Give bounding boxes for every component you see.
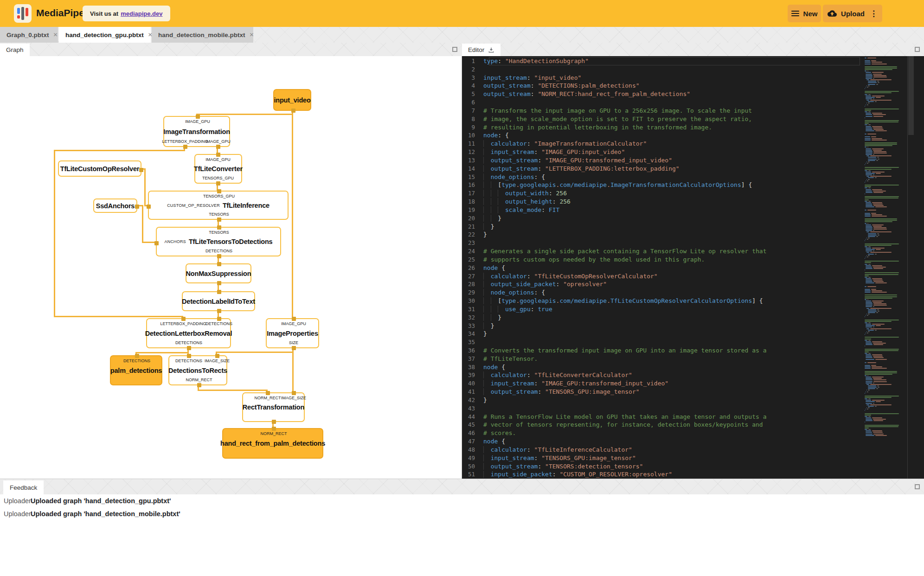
code-line: 16 [type.googleapis.com/mediapipe.ImageT… xyxy=(462,181,863,189)
graph-node-ImageProperties[interactable]: ImagePropertiesIMAGE_GPUSIZE xyxy=(266,318,319,348)
graph-node-DetectionLetterboxRemoval[interactable]: DetectionLetterboxRemovalLETTERBOX_PADDI… xyxy=(146,318,231,348)
input-port xyxy=(217,317,221,321)
tab-feedback[interactable]: Feedback xyxy=(3,480,44,495)
scrollbar-divider xyxy=(907,56,908,479)
code-line: 35 xyxy=(462,338,863,346)
tab-editor[interactable]: Editor xyxy=(462,44,500,56)
line-number: 21 xyxy=(462,223,483,231)
code-line: 12 input_stream: "IMAGE_GPU:input_video" xyxy=(462,148,863,156)
new-button[interactable]: New xyxy=(788,5,821,22)
port-label: DETECTIONS xyxy=(123,358,150,363)
feedback-source: Uploader xyxy=(0,510,31,518)
graph-node-DetectionLabelIdToText[interactable]: DetectionLabelIdToText xyxy=(182,291,255,311)
graph-node-SsdAnchors[interactable]: SsdAnchors xyxy=(93,198,137,213)
graph-edge xyxy=(142,205,143,242)
download-icon[interactable] xyxy=(488,47,494,53)
file-tab-Graph_0-pbtxt[interactable]: Graph_0.pbtxt✕ xyxy=(0,27,58,43)
code-line: 10node: { xyxy=(462,131,863,140)
line-number: 36 xyxy=(462,346,483,355)
code-line: 31 use_gpu: true xyxy=(462,305,863,314)
maximize-editor-icon[interactable] xyxy=(915,47,920,52)
graph-node-RectTransformation[interactable]: RectTransformationNORM_RECTIMAGE_SIZE xyxy=(242,392,305,422)
tab-graph[interactable]: Graph xyxy=(0,44,30,56)
port-label: LETTERBOX_PADDING xyxy=(162,139,208,144)
graph-node-ImageTransformation[interactable]: ImageTransformationIMAGE_GPULETTERBOX_PA… xyxy=(163,116,230,147)
output-port xyxy=(216,145,220,149)
line-number: 6 xyxy=(462,98,483,107)
line-number: 3 xyxy=(462,74,483,82)
graph-canvas[interactable]: input_videoImageTransformationIMAGE_GPUL… xyxy=(0,56,462,479)
port-label: IMAGE_GPU xyxy=(281,321,306,326)
code-line: 3input_stream: "input_video" xyxy=(462,74,863,82)
line-number: 50 xyxy=(462,462,483,471)
line-number: 22 xyxy=(462,230,483,239)
input-port xyxy=(216,153,220,157)
editor-scrollbar[interactable] xyxy=(908,56,914,135)
code-area[interactable]: 1type: "HandDetectionSubgraph"23input_st… xyxy=(462,57,863,479)
graph-node-input_video[interactable]: input_video xyxy=(273,89,311,111)
input-port xyxy=(196,115,200,119)
maximize-graph-icon[interactable] xyxy=(452,47,457,52)
line-number: 2 xyxy=(462,65,483,74)
line-number: 12 xyxy=(462,148,483,156)
code-line: 42} xyxy=(462,396,863,404)
line-number: 13 xyxy=(462,156,483,165)
node-title: NonMaxSuppression xyxy=(186,264,250,282)
line-number: 40 xyxy=(462,379,483,388)
output-port xyxy=(291,109,295,113)
file-tab-hand_detection_mobile-pbtxt[interactable]: hand_detection_mobile.pbtxt✕ xyxy=(152,27,253,43)
port-label: NORM_RECT xyxy=(260,431,287,436)
graph-node-TfLiteTensorsToDetections[interactable]: ANCHORSTfLiteTensorsToDetectionsTENSORSD… xyxy=(156,227,281,256)
code-line: 29 node_options: { xyxy=(462,288,863,297)
line-number: 8 xyxy=(462,115,483,123)
port-label: TENSORS xyxy=(209,230,229,235)
output-port xyxy=(135,205,139,209)
file-tab-label: hand_detection_mobile.pbtxt xyxy=(158,32,245,38)
code-line: 49 input_stream: "TENSORS_GPU:image_tens… xyxy=(462,454,863,462)
graph-node-DetectionsToRects[interactable]: DetectionsToRectsDETECTIONSIMAGE_SIZENOR… xyxy=(168,355,227,385)
kebab-menu-icon[interactable]: ⋮ xyxy=(870,9,878,19)
node-title: TfLiteCustomOpResolver xyxy=(59,161,141,176)
mediapipe-dev-link[interactable]: mediapipe.dev xyxy=(121,10,162,17)
graph-edge xyxy=(196,114,293,115)
output-port xyxy=(197,383,201,387)
port-label: TENSORS_GPU xyxy=(203,194,235,198)
code-line: 45# vector of tensors representing, for … xyxy=(462,421,863,429)
graph-node-NonMaxSuppression[interactable]: NonMaxSuppression xyxy=(186,263,251,283)
graph-edge xyxy=(135,352,189,353)
graph-node-TfLiteCustomOpResolver[interactable]: TfLiteCustomOpResolver xyxy=(58,160,141,177)
code-line: 17 output_width: 256 xyxy=(462,189,863,198)
panel-tab-strip: Graph Editor xyxy=(0,43,924,56)
graph-edge xyxy=(54,150,185,151)
code-line: 25# supports custom ops needed by the mo… xyxy=(462,256,863,264)
graph-node-TfLiteInference[interactable]: CUSTOM_OP_RESOLVERTfLiteInferenceTENSORS… xyxy=(148,191,289,220)
graph-node-TfLiteConverter[interactable]: TfLiteConverterIMAGE_GPUTENSORS_GPU xyxy=(194,154,242,184)
line-number: 4 xyxy=(462,82,483,90)
code-line: 4output_stream: "DETECTIONS:palm_detecti… xyxy=(462,82,863,90)
code-editor[interactable]: 1type: "HandDetectionSubgraph"23input_st… xyxy=(462,56,924,479)
graph-node-hand_rect_from_palm_detections[interactable]: hand_rect_from_palm_detectionsNORM_RECT xyxy=(222,428,323,459)
editor-minimap[interactable] xyxy=(863,56,906,479)
code-line: 30 [type.googleapis.com/mediapipe.TfLite… xyxy=(462,297,863,305)
port-label: TENSORS xyxy=(209,212,229,217)
output-port xyxy=(217,281,221,285)
line-number: 49 xyxy=(462,454,483,462)
graph-edge xyxy=(198,390,268,391)
maximize-feedback-icon[interactable] xyxy=(915,484,920,489)
line-number: 26 xyxy=(462,264,483,272)
file-tab-hand_detection_gpu-pbtxt[interactable]: hand_detection_gpu.pbtxt✕ xyxy=(59,27,151,43)
editor-tab-label: Editor xyxy=(468,46,484,53)
close-tab-icon[interactable]: ✕ xyxy=(53,32,58,38)
upload-button-label: Upload xyxy=(841,10,865,18)
code-line: 38node { xyxy=(462,363,863,371)
output-port xyxy=(187,346,191,350)
upload-button[interactable]: Upload ⋮ xyxy=(823,5,882,22)
feedback-message: Uploaded graph 'hand_detection_mobile.pb… xyxy=(31,510,180,518)
line-number: 1 xyxy=(462,57,483,65)
node-input-label: CUSTOM_OP_RESOLVER xyxy=(167,203,220,208)
code-line: 39 calculator: "TfLiteConverterCalculato… xyxy=(462,371,863,379)
code-line: 34} xyxy=(462,330,863,338)
graph-node-palm_detections[interactable]: palm_detectionsDETECTIONS xyxy=(110,355,162,385)
input-port xyxy=(135,354,139,358)
close-tab-icon[interactable]: ✕ xyxy=(250,32,254,38)
